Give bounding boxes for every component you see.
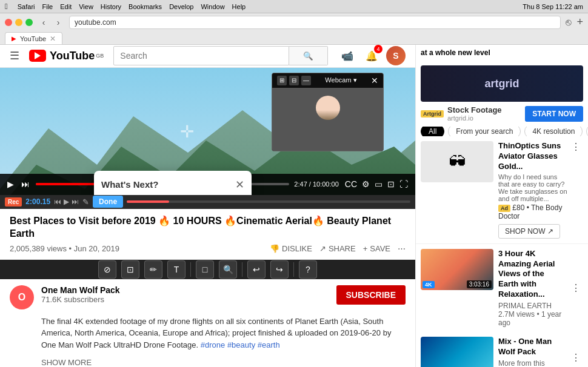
thinoptics-more-button[interactable]: ⋮ xyxy=(569,141,583,153)
wolf-more-button[interactable]: ⋮ xyxy=(569,337,583,367)
avatar-initial: S xyxy=(386,46,406,65)
notifications-button[interactable]: 🔔 4 xyxy=(362,46,381,65)
menu-help[interactable]: Help xyxy=(232,3,246,10)
webcam-person xyxy=(313,96,343,142)
done-button[interactable]: Done xyxy=(93,196,123,208)
webcam-size-btn-3[interactable]: — xyxy=(301,76,311,85)
rec-progress-bar[interactable] xyxy=(127,200,410,203)
header-icons: 📹 🔔 4 S xyxy=(338,46,406,65)
start-now-button[interactable]: START NOW xyxy=(525,106,583,122)
wolf-channel: More from this channel for you xyxy=(498,359,564,367)
upload-date: • xyxy=(69,244,74,253)
view-count: 2,005,389 views xyxy=(10,244,67,253)
address-bar[interactable]: youtube.com xyxy=(69,16,561,29)
ad-image-text: artgrid xyxy=(484,78,519,90)
ann-text-tool[interactable]: T xyxy=(167,260,185,279)
menu-history[interactable]: History xyxy=(101,3,121,10)
ann-zoom-tool[interactable]: 🔍 xyxy=(219,260,237,279)
youtube-logo-icon xyxy=(29,50,46,62)
sunglasses-icon: 🕶 xyxy=(449,152,466,172)
ann-pen-tool[interactable]: ✏ xyxy=(144,260,162,279)
subtitles-button[interactable]: CC xyxy=(344,178,358,190)
skip-button[interactable]: ⏭ xyxy=(20,178,31,190)
user-avatar[interactable]: S xyxy=(386,46,406,65)
ann-help-button[interactable]: ? xyxy=(299,260,317,279)
close-window-button[interactable] xyxy=(5,19,12,26)
menu-window[interactable]: Window xyxy=(201,3,224,10)
video-player[interactable]: ⊞ ⊟ — Webcam ▾ ✕ ✛ xyxy=(0,68,415,195)
ad-image: artgrid xyxy=(421,65,583,102)
rec-skip-back[interactable]: ⏮ xyxy=(54,197,61,206)
aerial-channel: PRIMAL EARTH xyxy=(498,302,564,310)
youtube-logo[interactable]: YouTube GB xyxy=(29,50,104,62)
dislike-button[interactable]: 👎 DISLIKE xyxy=(270,244,312,253)
rec-skip-fwd[interactable]: ⏭ xyxy=(72,197,79,206)
active-tab[interactable]: ▶ YouTube ✕ xyxy=(5,32,62,44)
shop-now-button[interactable]: SHOP NOW ↗ xyxy=(498,224,560,239)
thinoptics-price: Ad £80 • The Body Doctor xyxy=(498,203,569,220)
4k-badge: 4K xyxy=(423,281,435,288)
filter-all[interactable]: All xyxy=(421,127,444,136)
ann-rect-tool[interactable]: □ xyxy=(196,260,214,279)
back-button[interactable]: ‹ xyxy=(38,16,50,28)
share-icon[interactable]: ⎋ xyxy=(566,17,572,28)
ann-undo-button[interactable]: ↩ xyxy=(247,260,266,279)
wolf-title: Mix - One Man Wolf Pack xyxy=(498,337,564,357)
save-button[interactable]: + SAVE xyxy=(363,244,390,253)
search-input[interactable] xyxy=(113,46,289,65)
maximize-window-button[interactable] xyxy=(25,19,33,26)
hashtag-beauty[interactable]: #beauty xyxy=(227,340,255,349)
tab-close-button[interactable]: ✕ xyxy=(50,35,56,43)
related-video-wolf[interactable]: Mix - One Man Wolf Pack More from this c… xyxy=(416,332,588,367)
share-button[interactable]: ↗ SHARE xyxy=(319,244,356,253)
subscribe-button[interactable]: SUBSCRIBE xyxy=(336,285,406,305)
artgrid-badge: Artgrid xyxy=(421,110,444,117)
aerial-more-button[interactable]: ⋮ xyxy=(569,249,583,327)
channel-avatar[interactable]: O xyxy=(10,285,34,309)
menu-bar-right: Thu 8 Sep 11:22 am xyxy=(523,3,583,10)
theater-button[interactable]: ▭ xyxy=(373,178,384,190)
hamburger-menu-button[interactable]: ☰ xyxy=(10,49,19,62)
main-content: ☰ YouTube GB 🔍 📹 🔔 4 xyxy=(0,45,588,367)
menu-edit[interactable]: Edit xyxy=(60,3,72,10)
save-label: SAVE xyxy=(370,244,390,253)
related-video-aerial[interactable]: 4K 3:03:16 3 Hour 4K Amazing Aerial View… xyxy=(416,244,588,332)
ad-domain: artgrid.io xyxy=(447,114,502,122)
ann-lasso-tool[interactable]: ⊘ xyxy=(98,260,116,279)
miniplayer-button[interactable]: ⊡ xyxy=(386,178,396,190)
add-tab-button[interactable]: + xyxy=(576,16,583,28)
ad-info: Artgrid Stock Footage artgrid.io xyxy=(421,105,502,122)
hashtag-drone[interactable]: #drone xyxy=(201,340,225,349)
ann-select-tool[interactable]: ⊡ xyxy=(121,260,139,279)
apple-menu[interactable]:  xyxy=(5,2,8,11)
video-meta: 2,005,389 views • Jun 20, 2019 👎 DISLIKE… xyxy=(10,244,406,253)
menu-view[interactable]: View xyxy=(79,3,93,10)
search-button[interactable]: 🔍 xyxy=(289,46,328,65)
play-pause-button[interactable]: ▶ xyxy=(6,178,15,190)
webcam-size-btn-2[interactable]: ⊟ xyxy=(289,76,299,85)
yt-tab-icon: ▶ xyxy=(12,35,16,42)
filter-4k[interactable]: 4K resolution xyxy=(524,127,583,136)
forward-button[interactable]: › xyxy=(52,16,64,28)
fullscreen-button[interactable]: ⛶ xyxy=(398,178,409,190)
hashtag-earth[interactable]: #earth xyxy=(258,340,280,349)
webcam-header: ⊞ ⊟ — Webcam ▾ ✕ xyxy=(272,73,383,88)
filter-from-search[interactable]: From your search xyxy=(448,127,521,136)
upload-date-value: Jun 20, 2019 xyxy=(74,244,119,253)
webcam-size-btn-1[interactable]: ⊞ xyxy=(277,76,287,85)
menu-file[interactable]: File xyxy=(42,3,53,10)
sidebar-ad: artgrid Artgrid Stock Footage artgrid.io… xyxy=(416,61,588,127)
settings-button[interactable]: ⚙ xyxy=(361,178,371,190)
person-head xyxy=(316,96,340,120)
minimize-window-button[interactable] xyxy=(15,19,22,26)
show-more-button[interactable]: SHOW MORE xyxy=(0,355,415,367)
more-actions-button[interactable]: ⋯ xyxy=(398,244,406,253)
popup-close-button[interactable]: ✕ xyxy=(235,178,244,191)
menu-safari[interactable]: Safari xyxy=(18,3,35,10)
create-video-button[interactable]: 📹 xyxy=(338,46,357,65)
rec-play[interactable]: ▶ xyxy=(64,197,69,206)
menu-bookmarks[interactable]: Bookmarks xyxy=(129,3,162,10)
menu-develop[interactable]: Develop xyxy=(169,3,193,10)
webcam-close-button[interactable]: ✕ xyxy=(371,76,378,85)
ann-redo-button[interactable]: ↪ xyxy=(270,260,289,279)
